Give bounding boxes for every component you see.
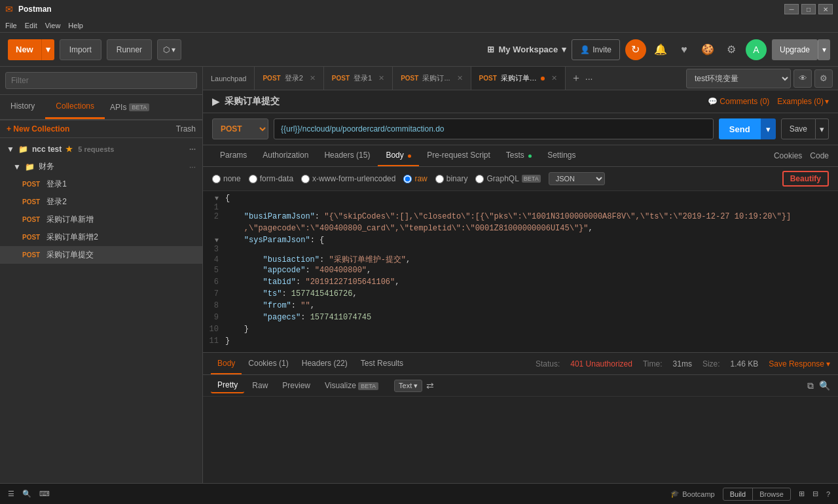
url-input[interactable] xyxy=(274,118,714,139)
env-eye-button[interactable]: 👁 xyxy=(793,69,812,88)
close-button[interactable]: ✕ xyxy=(818,4,833,14)
send-button[interactable]: Send xyxy=(719,118,761,139)
trash-button[interactable]: Trash xyxy=(176,124,196,134)
request-item-login2[interactable]: POST 登录2 xyxy=(0,193,202,211)
resp-body-tab-raw[interactable]: Raw xyxy=(246,378,274,393)
collection-more-icon[interactable]: ··· xyxy=(189,145,196,154)
req-tab-body[interactable]: Body xyxy=(378,145,419,166)
tab-close-icon[interactable]: ✕ xyxy=(457,74,463,82)
tabs-more-button[interactable]: ··· xyxy=(585,73,593,84)
env-settings-button[interactable]: ⚙ xyxy=(814,69,833,88)
notification-bell-icon[interactable]: 🔔 xyxy=(651,41,670,59)
user-avatar[interactable]: A xyxy=(746,39,767,60)
save-response-button[interactable]: Save Response ▾ xyxy=(769,359,830,369)
folder-more-icon[interactable]: ··· xyxy=(189,162,196,171)
request-item-order-add2[interactable]: POST 采购订单新增2 xyxy=(0,228,202,246)
tab-close-icon[interactable]: ✕ xyxy=(310,74,316,82)
tab-login1[interactable]: POST 登录1 ✕ xyxy=(324,67,393,90)
tab-order-submit[interactable]: POST 采购订单… ✕ xyxy=(471,67,566,90)
browse-button[interactable]: Browse xyxy=(753,488,790,500)
runner-button[interactable]: Runner xyxy=(107,39,152,60)
req-tab-settings[interactable]: Settings xyxy=(539,145,583,166)
sync-button[interactable]: ↻ xyxy=(625,39,646,60)
maximize-button[interactable]: □ xyxy=(801,4,816,14)
request-item-order-add[interactable]: POST 采购订单新增 xyxy=(0,211,202,228)
split-button[interactable]: ⊟ xyxy=(812,490,818,498)
resp-tab-body[interactable]: Body xyxy=(211,353,242,374)
send-dropdown[interactable]: ▾ xyxy=(761,118,776,139)
sidebar-toggle-button[interactable]: ☰ xyxy=(8,490,14,498)
cookies-link[interactable]: Cookies xyxy=(774,151,802,160)
proxy-button[interactable]: ⬡ ▾ xyxy=(157,39,181,60)
sidebar-tab-apis[interactable]: APIs BETA xyxy=(105,95,155,119)
help-button[interactable]: ? xyxy=(826,490,830,498)
workspace-selector[interactable]: ⊞ My Workspace ▾ xyxy=(487,45,566,54)
sidebar-tab-collections[interactable]: Collections xyxy=(45,95,105,119)
resp-format-select[interactable]: Text ▾ xyxy=(394,380,422,392)
request-item-order-submit[interactable]: POST 采购订单提交 xyxy=(0,246,202,264)
req-tab-authorization[interactable]: Authorization xyxy=(255,145,316,166)
invite-button[interactable]: 👤 Invite xyxy=(572,39,620,60)
req-tab-params[interactable]: Params xyxy=(212,145,255,166)
radio-binary[interactable]: binary xyxy=(435,174,468,183)
menu-file[interactable]: File xyxy=(5,22,17,29)
tab-order-new[interactable]: POST 采购订... ✕ xyxy=(393,67,471,90)
resp-wrap-button[interactable]: ⇄ xyxy=(426,380,434,391)
import-button[interactable]: Import xyxy=(60,39,101,60)
tab-login2[interactable]: POST 登录2 ✕ xyxy=(255,67,323,90)
sidebar-tab-history[interactable]: History xyxy=(0,95,45,119)
upgrade-dropdown[interactable]: ▾ xyxy=(818,39,830,60)
minimize-button[interactable]: ─ xyxy=(784,4,799,14)
bootcamp-button[interactable]: 🎓 Bootcamp xyxy=(670,490,715,498)
req-tab-tests[interactable]: Tests xyxy=(498,145,539,166)
radio-form-data[interactable]: form-data xyxy=(249,174,293,183)
heart-icon[interactable]: ♥ xyxy=(675,41,693,59)
comments-link[interactable]: 💬 Comments (0) xyxy=(708,97,769,106)
code-link[interactable]: Code xyxy=(810,151,829,160)
radio-raw[interactable]: raw xyxy=(403,174,427,183)
method-select[interactable]: POST GET PUT DELETE xyxy=(212,118,268,139)
new-button-dropdown[interactable]: ▾ xyxy=(41,39,54,60)
search-input[interactable] xyxy=(5,72,197,89)
shortcut-button[interactable]: ⌨ xyxy=(39,490,50,498)
code-editor[interactable]: ▼ 1 { 2 "busiParamJson": "{\"skipCodes\"… xyxy=(203,191,838,352)
menu-edit[interactable]: Edit xyxy=(25,22,37,29)
resp-copy-button[interactable]: ⧉ xyxy=(807,380,814,391)
resp-body-tab-preview[interactable]: Preview xyxy=(276,378,317,393)
radio-graphql[interactable]: GraphQL BETA xyxy=(475,174,540,183)
menu-help[interactable]: Help xyxy=(68,22,83,29)
req-tab-headers[interactable]: Headers (15) xyxy=(316,145,378,166)
upgrade-button[interactable]: Upgrade xyxy=(772,39,818,60)
cookie-icon[interactable]: 🍪 xyxy=(699,41,717,59)
req-tab-prerequest[interactable]: Pre-request Script xyxy=(419,145,498,166)
menu-view[interactable]: View xyxy=(45,22,61,29)
save-dropdown[interactable]: ▾ xyxy=(816,118,829,139)
beautify-button[interactable]: Beautify xyxy=(782,171,829,187)
new-button[interactable]: New xyxy=(8,39,41,60)
build-button[interactable]: Build xyxy=(723,488,753,500)
format-select[interactable]: JSON Text JavaScript XML xyxy=(549,172,605,185)
resp-tab-headers[interactable]: Headers (22) xyxy=(295,353,354,374)
resp-tab-tests[interactable]: Test Results xyxy=(354,353,410,374)
env-dropdown[interactable]: test环境变量 xyxy=(686,69,791,88)
folder-item-finance[interactable]: ▼ 📁 财务 ··· xyxy=(0,158,202,175)
request-item-login1[interactable]: POST 登录1 xyxy=(0,175,202,193)
resp-search-button[interactable]: 🔍 xyxy=(819,380,830,391)
resp-body-tab-visualize[interactable]: Visualize BETA xyxy=(318,378,385,393)
tab-close-icon[interactable]: ✕ xyxy=(551,74,557,82)
tab-launchpad[interactable]: Launchpad xyxy=(203,67,255,90)
settings-icon[interactable]: ⚙ xyxy=(722,41,740,59)
new-collection-button[interactable]: + New Collection xyxy=(7,124,69,134)
collection-header-ncc[interactable]: ▼ 📁 ncc test ★ 5 requests ··· xyxy=(0,141,202,158)
radio-urlencoded[interactable]: x-www-form-urlencoded xyxy=(301,174,395,183)
radio-none[interactable]: none xyxy=(212,174,241,183)
save-button[interactable]: Save xyxy=(781,118,816,139)
request-expand-icon[interactable]: ▶ xyxy=(212,96,219,107)
layout-button[interactable]: ⊞ xyxy=(799,490,805,498)
new-tab-button[interactable]: ＋ xyxy=(571,71,581,85)
resp-tab-cookies[interactable]: Cookies (1) xyxy=(242,353,295,374)
examples-link[interactable]: Examples (0) ▾ xyxy=(777,97,829,106)
find-replace-button[interactable]: 🔍 xyxy=(22,490,31,498)
resp-body-tab-pretty[interactable]: Pretty xyxy=(211,378,244,393)
tab-close-icon[interactable]: ✕ xyxy=(378,74,384,82)
